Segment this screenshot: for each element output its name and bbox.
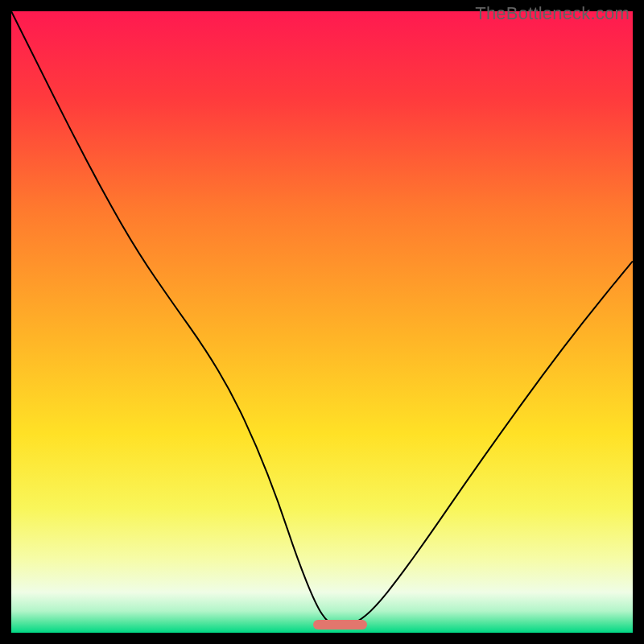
plot-area (11, 11, 633, 633)
watermark-text: TheBottleneck.com (475, 3, 630, 24)
curve-path (11, 11, 633, 625)
bottleneck-curve (11, 11, 633, 633)
optimal-marker (313, 620, 366, 630)
